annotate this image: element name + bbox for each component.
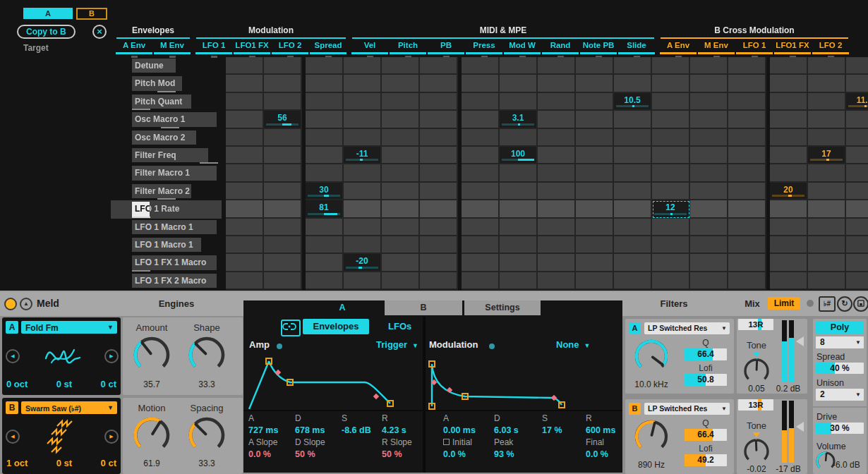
matrix-cell[interactable]	[690, 129, 728, 147]
matrix-cell[interactable]: 56	[264, 111, 302, 128]
matrix-cell[interactable]	[690, 183, 728, 200]
matrix-cell[interactable]	[690, 93, 728, 111]
matrix-cell[interactable]	[306, 272, 344, 290]
matrix-target-cell[interactable]: LFO 1 Rate	[111, 200, 222, 218]
filter-a-q-field[interactable]: 66.4	[685, 348, 727, 360]
matrix-target-cell[interactable]: LFO 1 Macro 1	[111, 219, 222, 236]
matrix-cell[interactable]	[344, 200, 382, 218]
filter-b-type-dropdown[interactable]: LP Switched Res ▼	[644, 403, 730, 415]
matrix-cell[interactable]	[808, 75, 846, 92]
meter-handle-icon[interactable]	[796, 422, 804, 432]
matrix-cell[interactable]	[808, 254, 846, 272]
matrix-cell[interactable]	[500, 254, 538, 272]
matrix-target-cell[interactable]: Osc Macro 1	[111, 111, 222, 128]
matrix-cell[interactable]	[538, 272, 576, 290]
matrix-cell[interactable]	[462, 129, 500, 147]
device-power-button[interactable]	[4, 298, 17, 310]
engine-a-preset-dropdown[interactable]: Fold Fm ▼	[21, 321, 117, 334]
matrix-cell[interactable]	[846, 75, 868, 92]
fold-arrow-icon[interactable]: ▲	[20, 298, 32, 310]
matrix-cell[interactable]	[846, 57, 868, 75]
matrix-cell[interactable]	[846, 147, 868, 164]
tab-b[interactable]: B	[385, 300, 462, 315]
matrix-cell[interactable]	[728, 183, 766, 200]
matrix-cell[interactable]	[690, 164, 728, 182]
matrix-target-cell[interactable]: Filter Macro 2	[111, 183, 222, 200]
amp-env-mode-dropdown[interactable]: Trigger▼	[376, 339, 418, 350]
poly-button[interactable]: Poly	[816, 321, 864, 334]
matrix-cell[interactable]	[382, 75, 420, 92]
matrix-cell[interactable]	[500, 164, 538, 182]
matrix-cell[interactable]	[690, 200, 728, 218]
matrix-cell[interactable]	[420, 93, 458, 111]
matrix-cell[interactable]	[808, 272, 846, 290]
matrix-target-cell[interactable]: Pitch Quant	[111, 93, 222, 111]
matrix-cell[interactable]	[500, 57, 538, 75]
matrix-target-cell[interactable]: Filter Freq	[111, 147, 222, 164]
matrix-cell[interactable]	[614, 219, 652, 236]
env-param-value[interactable]: 727 ms	[248, 425, 295, 437]
matrix-cell[interactable]	[306, 57, 344, 75]
engine-a-next-button[interactable]: ▶	[104, 349, 119, 363]
matrix-cell[interactable]	[420, 57, 458, 75]
matrix-cell[interactable]	[770, 93, 808, 111]
matrix-cell[interactable]: -11	[344, 147, 382, 164]
filter-a-badge[interactable]: A	[629, 322, 641, 334]
matrix-cell[interactable]	[306, 219, 344, 236]
filter-b-badge[interactable]: B	[629, 403, 641, 415]
matrix-cell[interactable]	[690, 147, 728, 164]
env-param-value[interactable]	[542, 449, 586, 461]
engine-a-badge[interactable]: A	[6, 321, 18, 334]
matrix-cell[interactable]	[226, 219, 264, 236]
matrix-tab-b[interactable]: B	[76, 8, 107, 20]
lfos-tab-button[interactable]: LFOs	[388, 321, 411, 332]
motion-knob[interactable]	[133, 416, 171, 457]
matrix-cell[interactable]	[770, 200, 808, 218]
matrix-cell[interactable]	[770, 164, 808, 182]
matrix-cell[interactable]	[226, 183, 264, 200]
matrix-column-header[interactable]: Spread	[309, 41, 347, 58]
matrix-cell[interactable]	[846, 219, 868, 236]
matrix-cell[interactable]	[382, 219, 420, 236]
matrix-cell[interactable]	[846, 200, 868, 218]
matrix-cell[interactable]: 12	[652, 200, 690, 218]
filter-b-q-field[interactable]: 66.4	[685, 429, 727, 441]
amp-envelope-graph[interactable]	[245, 356, 421, 411]
matrix-cell[interactable]	[576, 93, 614, 111]
matrix-cell[interactable]	[652, 147, 690, 164]
matrix-target-cell[interactable]: LFO 1 Macro 1	[111, 236, 222, 254]
matrix-cell[interactable]	[690, 272, 728, 290]
filter-b-freq-knob[interactable]	[634, 419, 669, 457]
matrix-column-header[interactable]: M Env	[153, 41, 191, 58]
matrix-cell[interactable]	[382, 200, 420, 218]
matrix-cell[interactable]	[652, 183, 690, 200]
mix-b-pan-field[interactable]: 13R	[738, 399, 773, 411]
engine-b-oct[interactable]: 1 oct	[6, 458, 28, 468]
matrix-cell[interactable]	[576, 272, 614, 290]
meter-handle-icon[interactable]	[796, 336, 804, 346]
matrix-cell[interactable]	[420, 129, 458, 147]
matrix-cell[interactable]	[614, 164, 652, 182]
matrix-cell[interactable]	[344, 75, 382, 92]
copy-to-b-button[interactable]: Copy to B	[17, 25, 76, 39]
matrix-cell[interactable]	[770, 57, 808, 75]
env-param-value[interactable]: 4.23 s	[382, 425, 423, 437]
matrix-cell[interactable]	[382, 164, 420, 182]
tab-a[interactable]: A	[303, 300, 381, 315]
matrix-cell[interactable]	[382, 93, 420, 111]
matrix-cell[interactable]	[420, 254, 458, 272]
matrix-column-header[interactable]: A Env	[659, 41, 697, 58]
matrix-cell[interactable]	[614, 129, 652, 147]
matrix-cell[interactable]	[728, 200, 766, 218]
matrix-cell[interactable]	[462, 111, 500, 128]
matrix-cell[interactable]	[462, 183, 500, 200]
matrix-cell[interactable]	[728, 129, 766, 147]
matrix-cell[interactable]	[226, 236, 264, 254]
matrix-target-cell[interactable]: LFO 1 FX 1 Macro	[111, 254, 222, 272]
matrix-cell[interactable]	[420, 111, 458, 128]
matrix-cell[interactable]	[226, 254, 264, 272]
matrix-cell[interactable]: 10.5	[614, 93, 652, 111]
shape-knob[interactable]	[188, 336, 226, 377]
matrix-cell[interactable]	[538, 93, 576, 111]
matrix-cell[interactable]	[382, 254, 420, 272]
